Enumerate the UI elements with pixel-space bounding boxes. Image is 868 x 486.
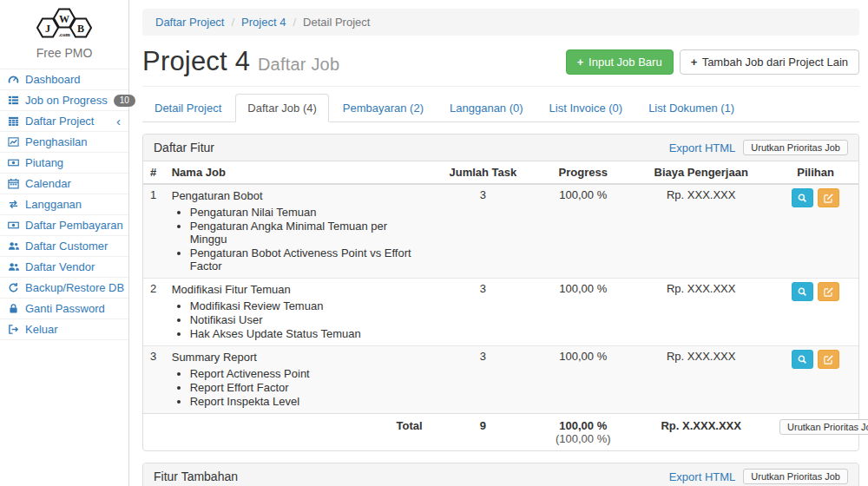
subtask-item: Pengaturan Bobot Activeness Point vs Eff…: [190, 246, 423, 273]
job-cost: Rp. XXX.XXX: [629, 184, 773, 279]
table-icon: [8, 115, 19, 127]
retweet-icon: [8, 199, 19, 210]
sidebar-item-daftar-customer[interactable]: Daftar Customer: [0, 236, 128, 257]
sidebar-item-label: Daftar Pembayaran: [25, 219, 123, 232]
edit-job-button[interactable]: [818, 350, 839, 369]
sort-priority-button[interactable]: Urutkan Prioritas Job: [743, 140, 848, 155]
sidebar-item-daftar-pembayaran[interactable]: Daftar Pembayaran: [0, 215, 128, 236]
job-name: Summary Report: [172, 350, 423, 364]
job-number: 3: [143, 346, 165, 414]
job-number: 1: [143, 184, 165, 279]
app-logo: J B W .com: [0, 0, 128, 46]
job-name: Pengaturan Bobot: [172, 188, 423, 203]
main-content: Daftar Project/Project 4/Detail Project …: [129, 0, 868, 486]
sidebar-item-penghasilan[interactable]: Penghasilan: [0, 132, 128, 153]
panel-title: Fitur Tambahan: [154, 470, 238, 483]
total-cost: Rp. X.XXX.XXX: [629, 414, 773, 451]
job-task-count: 3: [430, 346, 537, 414]
sidebar-item-daftar-project[interactable]: Daftar Project ‹: [0, 111, 128, 132]
sidebar-item-calendar[interactable]: Calendar: [0, 174, 128, 194]
tab-pembayaran-2[interactable]: Pembayaran (2): [331, 94, 436, 122]
column-header-pilihan: Pilihan: [773, 161, 858, 184]
sidebar-item-label: Dashboard: [25, 73, 81, 86]
sidebar-item-job-on-progress[interactable]: Job on Progress 10: [0, 90, 128, 111]
view-job-button[interactable]: [792, 350, 813, 369]
sidebar-item-langganan[interactable]: Langganan: [0, 194, 128, 215]
subtask-list: Report Activeness PointReport Effort Fac…: [172, 367, 423, 408]
sidebar-item-keluar[interactable]: Keluar: [0, 319, 128, 340]
job-task-count: 3: [430, 279, 537, 346]
job-cost: Rp. XXX.XXX: [629, 346, 773, 414]
logo-letter: J: [45, 23, 50, 35]
sidebar-item-dashboard[interactable]: Dashboard: [0, 69, 128, 90]
subtask-item: Modifikasi Review Temuan: [190, 299, 423, 312]
subtask-list: Modifikasi Review TemuanNotifikasi UserH…: [172, 299, 423, 340]
lock-icon: [8, 303, 19, 314]
job-number: 2: [143, 279, 165, 346]
logo-letter: B: [77, 23, 84, 35]
column-header-biaya-pengerjaan: Biaya Pengerjaan: [629, 161, 773, 184]
job-task-count: 3: [430, 184, 537, 279]
total-row: Total 9 100,00 % (100,00 %) Rp. X.XXX.XX…: [143, 414, 858, 451]
sign-out-icon: [8, 324, 19, 335]
subtask-item: Report Activeness Point: [190, 367, 423, 380]
breadcrumb-item-daftar-project[interactable]: Daftar Project: [155, 16, 224, 29]
users-icon: [8, 240, 19, 252]
refresh-icon: [8, 282, 19, 293]
search-icon: [797, 286, 808, 298]
sidebar-menu: Dashboard Job on Progress 10 Daftar Proj…: [0, 69, 128, 340]
tambah-job-dari-project-lain-button[interactable]: + Tambah Job dari Project Lain: [680, 49, 859, 75]
column-header-nama-job: Nama Job: [165, 161, 430, 184]
sidebar-item-backup-restore-db[interactable]: Backup/Restore DB: [0, 278, 128, 299]
tab-bar: Detail ProjectDaftar Job (4)Pembayaran (…: [142, 94, 859, 122]
search-icon: [797, 354, 808, 365]
page-title: Project 4 Daftar Job: [142, 46, 339, 77]
panel-fitur-tambahan: Fitur Tambahan Export HTML Urutkan Prior…: [142, 463, 859, 486]
view-job-button[interactable]: [792, 282, 813, 301]
sidebar-item-piutang[interactable]: Piutang: [0, 153, 128, 174]
calendar-icon: [8, 178, 19, 189]
sidebar-item-label: Job on Progress: [25, 94, 108, 107]
panel-daftar-fitur: Daftar Fitur Export HTML Urutkan Priorit…: [142, 134, 859, 451]
sort-priority-button[interactable]: Urutkan Prioritas Job: [743, 469, 848, 484]
sort-priority-button[interactable]: Urutkan Prioritas Job: [779, 419, 868, 435]
tab-langganan-0[interactable]: Langganan (0): [437, 94, 536, 122]
table-header-row: #Nama JobJumlah TaskProgressBiaya Penger…: [143, 161, 858, 184]
tab-list-dokumen-1[interactable]: List Dokumen (1): [636, 94, 746, 122]
input-job-baru-button[interactable]: + Input Job Baru: [566, 49, 674, 75]
job-row: 2 Modifikasi Fitur Temuan Modifikasi Rev…: [143, 279, 858, 346]
users-icon: [8, 261, 19, 273]
column-header-: #: [143, 161, 165, 184]
view-job-button[interactable]: [792, 188, 813, 207]
export-html-link[interactable]: Export HTML: [669, 470, 736, 483]
tab-daftar-job-4[interactable]: Daftar Job (4): [235, 94, 328, 122]
breadcrumb-separator: /: [231, 16, 234, 29]
tab-list-invoice-0[interactable]: List Invoice (0): [537, 94, 635, 122]
column-header-progress: Progress: [536, 161, 629, 184]
subtask-item: Hak Akses Update Status Temuan: [190, 327, 423, 340]
export-html-link[interactable]: Export HTML: [669, 141, 736, 154]
sidebar-item-daftar-vendor[interactable]: Daftar Vendor: [0, 257, 128, 278]
input-job-baru-label: Input Job Baru: [589, 56, 662, 69]
page-subtitle: Daftar Job: [258, 55, 339, 74]
chevron-left-icon: ‹: [116, 116, 121, 127]
edit-job-button[interactable]: [818, 188, 839, 207]
plus-icon: +: [691, 56, 698, 69]
breadcrumb-item-project-4[interactable]: Project 4: [241, 16, 286, 29]
search-icon: [797, 193, 808, 204]
sidebar-item-label: Penghasilan: [25, 135, 88, 148]
subtask-item: Report Effort Factor: [190, 381, 423, 394]
money-icon: [8, 220, 19, 231]
edit-job-button[interactable]: [818, 282, 839, 301]
sidebar: J B W .com Free PMO Dashboard Job on Pro…: [0, 0, 129, 486]
panel-container: Daftar Fitur Export HTML Urutkan Priorit…: [142, 134, 859, 486]
logo-letter: W: [59, 13, 69, 25]
total-progress-note: (100,00 %): [556, 432, 611, 445]
sidebar-item-label: Daftar Project: [25, 115, 94, 128]
job-progress: 100,00 %: [536, 279, 629, 346]
panel-heading: Daftar Fitur Export HTML Urutkan Priorit…: [143, 135, 858, 161]
sidebar-item-label: Calendar: [25, 177, 71, 190]
sidebar-item-ganti-password[interactable]: Ganti Password: [0, 299, 128, 319]
subtask-item: Report Inspekta Level: [190, 395, 423, 408]
tab-detail-project[interactable]: Detail Project: [142, 94, 233, 122]
